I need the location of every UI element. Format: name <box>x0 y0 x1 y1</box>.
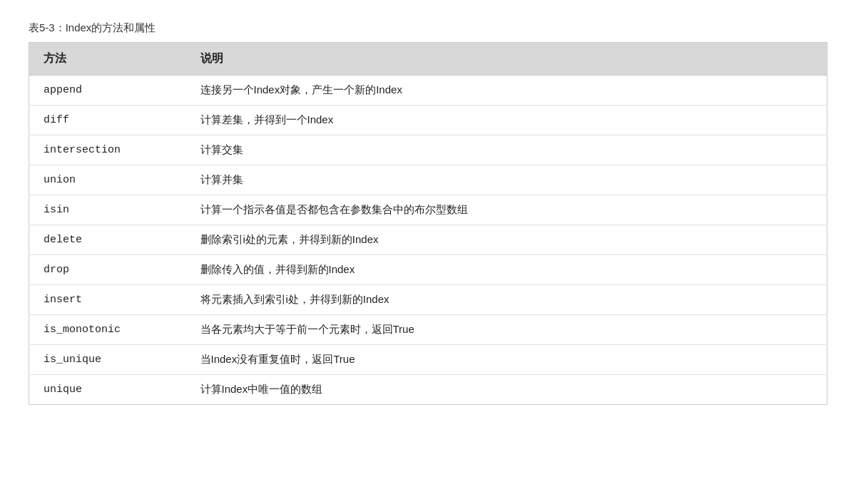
table-header-row: 方法 说明 <box>29 43 827 76</box>
table-row: drop删除传入的值，并得到新的Index <box>29 255 827 285</box>
description-cell: 连接另一个Index对象，产生一个新的Index <box>186 76 827 106</box>
method-cell: is_monotonic <box>29 315 186 345</box>
description-cell: 当各元素均大于等于前一个元素时，返回True <box>186 315 827 345</box>
table-row: union计算并集 <box>29 165 827 195</box>
table-row: insert将元素插入到索引i处，并得到新的Index <box>29 285 827 315</box>
table-row: diff计算差集，并得到一个Index <box>29 106 827 135</box>
table-row: is_monotonic当各元素均大于等于前一个元素时，返回True <box>29 315 827 345</box>
method-cell: union <box>29 165 186 195</box>
description-cell: 删除传入的值，并得到新的Index <box>186 255 827 285</box>
method-cell: insert <box>29 285 186 315</box>
table-row: delete删除索引i处的元素，并得到新的Index <box>29 225 827 255</box>
description-cell: 计算差集，并得到一个Index <box>186 106 827 135</box>
description-cell: 计算一个指示各值是否都包含在参数集合中的布尔型数组 <box>186 195 827 225</box>
method-cell: append <box>29 76 186 106</box>
index-methods-table: 方法 说明 append连接另一个Index对象，产生一个新的Indexdiff… <box>29 42 827 405</box>
description-cell: 计算并集 <box>186 165 827 195</box>
method-cell: delete <box>29 225 186 255</box>
table-title: 表5-3：Index的方法和属性 <box>29 21 827 35</box>
method-cell: is_unique <box>29 345 186 375</box>
col-header-description: 说明 <box>186 43 827 76</box>
method-cell: unique <box>29 375 186 405</box>
table-row: append连接另一个Index对象，产生一个新的Index <box>29 76 827 106</box>
col-header-method: 方法 <box>29 43 186 76</box>
description-cell: 将元素插入到索引i处，并得到新的Index <box>186 285 827 315</box>
table-row: isin计算一个指示各值是否都包含在参数集合中的布尔型数组 <box>29 195 827 225</box>
table-row: unique计算Index中唯一值的数组 <box>29 375 827 405</box>
method-cell: intersection <box>29 135 186 165</box>
table-row: intersection计算交集 <box>29 135 827 165</box>
method-cell: drop <box>29 255 186 285</box>
description-cell: 计算交集 <box>186 135 827 165</box>
description-cell: 计算Index中唯一值的数组 <box>186 375 827 405</box>
method-cell: isin <box>29 195 186 225</box>
description-cell: 当Index没有重复值时，返回True <box>186 345 827 375</box>
method-cell: diff <box>29 106 186 135</box>
description-cell: 删除索引i处的元素，并得到新的Index <box>186 225 827 255</box>
table-row: is_unique当Index没有重复值时，返回True <box>29 345 827 375</box>
